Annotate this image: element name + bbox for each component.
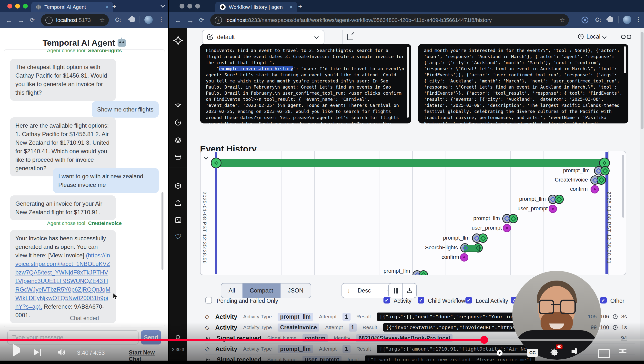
- tab-close-icon[interactable]: ×: [290, 4, 293, 10]
- browser-scrollbar-thumb[interactable]: [640, 32, 644, 129]
- zoom-window-button[interactable]: [23, 4, 28, 8]
- event-id-link[interactable]: 100: [600, 324, 609, 330]
- bookmark-star-icon[interactable]: ☆: [559, 16, 565, 24]
- pending-failed-checkbox[interactable]: [206, 297, 212, 304]
- code-panel-scrollbar[interactable]: [624, 46, 626, 73]
- deployments-cube-icon[interactable]: [174, 182, 182, 190]
- filter-other-checkbox[interactable]: ✓: [600, 297, 607, 304]
- conversation-history-code-panel[interactable]: and month you're interested in for the e…: [418, 44, 628, 124]
- activity-marker-pair[interactable]: [548, 195, 564, 204]
- password-manager-icon[interactable]: [582, 16, 588, 24]
- workflow-input-code-panel[interactable]: FindEvents: Find an event to travel to 2…: [200, 44, 411, 124]
- tab-workflow-history[interactable]: Workflow History | agent-wor ×: [215, 2, 297, 12]
- namespace-selector[interactable]: default: [202, 30, 324, 44]
- sort-desc-button[interactable]: ↓ Desc: [342, 284, 382, 298]
- schedules-clock-icon[interactable]: [174, 119, 182, 126]
- workflow-execution-bar[interactable]: [216, 159, 608, 167]
- view-mode-compact[interactable]: Compact: [242, 284, 280, 298]
- mouse-cursor: [113, 293, 118, 300]
- close-window-button[interactable]: [180, 4, 184, 8]
- robot-emoji-icon: [118, 39, 126, 46]
- minimize-window-button[interactable]: [15, 4, 20, 8]
- site-info-icon[interactable]: i: [45, 16, 53, 24]
- download-history-button[interactable]: [402, 284, 416, 298]
- activity-marker-pair[interactable]: [502, 214, 518, 223]
- code-panel-scrollbar[interactable]: [407, 47, 409, 118]
- left-url-bar: ← → ⟳ i localhost:5173 ☆ C: ⋮: [0, 12, 168, 28]
- chat-scrollbar[interactable]: [162, 192, 164, 270]
- filter-child-workflow-checkbox[interactable]: ✓: [418, 297, 424, 304]
- progress-bar-played[interactable]: [0, 339, 484, 341]
- site-info-icon[interactable]: i: [215, 16, 222, 24]
- address-bar[interactable]: i localhost:5173 ☆: [41, 14, 109, 26]
- next-button[interactable]: [34, 349, 41, 356]
- timezone-selector[interactable]: Local: [578, 33, 606, 40]
- browser-menu-icon[interactable]: ⋮: [635, 16, 642, 23]
- signal-marker[interactable]: [460, 253, 468, 262]
- miniplayer-button[interactable]: [575, 348, 577, 354]
- open-namespace-button[interactable]: [342, 30, 358, 44]
- tab-close-icon[interactable]: ×: [106, 4, 109, 10]
- bookmark-star-icon[interactable]: ☆: [99, 16, 105, 24]
- activity-marker-pair[interactable]: [412, 270, 428, 275]
- filter-activity-checkbox[interactable]: ✓: [384, 297, 390, 304]
- tab-title: Temporal AI Agent: [44, 4, 86, 10]
- new-tab-button[interactable]: +: [298, 2, 302, 11]
- temporal-logo-icon[interactable]: [173, 36, 183, 46]
- browser-menu-icon[interactable]: ⋮: [158, 16, 164, 23]
- profile-avatar[interactable]: [623, 16, 631, 24]
- signal-marker[interactable]: [590, 185, 599, 194]
- theater-mode-button[interactable]: [598, 349, 610, 358]
- event-id-link[interactable]: 99: [591, 324, 597, 330]
- tab-search-chevron-icon[interactable]: [161, 4, 164, 8]
- import-upload-icon[interactable]: [174, 199, 182, 207]
- settings-gear-icon[interactable]: HD: [549, 348, 559, 359]
- workflows-eye-icon[interactable]: [174, 101, 182, 108]
- extensions-puzzle-icon[interactable]: [130, 17, 135, 22]
- activity-marker-pair-wide[interactable]: [460, 243, 483, 252]
- progress-scrubber[interactable]: [480, 336, 488, 344]
- signal-marker[interactable]: [548, 205, 557, 213]
- profile-avatar[interactable]: [144, 16, 153, 24]
- labs-icon[interactable]: [174, 216, 182, 224]
- new-tab-button[interactable]: +: [112, 2, 116, 11]
- forward-icon[interactable]: →: [18, 16, 24, 24]
- activity-marker-pair[interactable]: [594, 166, 610, 176]
- progress-bar-remaining[interactable]: [484, 339, 644, 341]
- workflow-start-marker[interactable]: [211, 158, 222, 168]
- window-traffic-lights-inactive[interactable]: [180, 4, 200, 8]
- window-traffic-lights[interactable]: [7, 4, 28, 8]
- tab-temporal-ai-agent[interactable]: Temporal AI Agent ×: [31, 2, 113, 12]
- pause-updates-button[interactable]: [389, 284, 402, 298]
- close-window-button[interactable]: [7, 4, 12, 8]
- batch-layers-icon[interactable]: [174, 136, 182, 144]
- captions-button[interactable]: CC: [527, 349, 538, 357]
- timeline-scrollbar[interactable]: [622, 155, 624, 218]
- invoice-link[interactable]: (https://invoice.stripe.com/i/acct_1NBOL…: [15, 252, 110, 310]
- back-icon[interactable]: ←: [5, 16, 12, 24]
- play-button[interactable]: [13, 348, 20, 352]
- reload-icon[interactable]: ⟳: [199, 16, 204, 24]
- companion-extension-icon[interactable]: C:: [115, 16, 121, 23]
- activity-marker-pair[interactable]: [590, 176, 606, 185]
- timeline-collapse-chevron-icon[interactable]: [204, 156, 208, 160]
- volume-icon[interactable]: [56, 348, 66, 357]
- view-mode-json[interactable]: JSON: [280, 284, 311, 298]
- signal-marker[interactable]: [503, 224, 511, 232]
- back-icon[interactable]: ←: [175, 16, 182, 24]
- filter-local-activity-checkbox[interactable]: ✓: [466, 297, 472, 304]
- extensions-puzzle-icon[interactable]: [608, 17, 613, 22]
- reload-icon[interactable]: ⟳: [30, 16, 35, 24]
- companion-extension-icon[interactable]: C:: [595, 16, 601, 23]
- zoom-window-button[interactable]: [195, 4, 200, 8]
- archive-box-icon[interactable]: [174, 154, 182, 161]
- view-mode-all[interactable]: All: [221, 284, 242, 298]
- event-id-link[interactable]: 106: [600, 314, 609, 320]
- activity-marker-pair[interactable]: [472, 234, 488, 243]
- event-id-link[interactable]: 105: [588, 314, 597, 320]
- reader-glasses-icon[interactable]: [621, 34, 631, 40]
- address-bar[interactable]: i localhost:8233/namespaces/default/work…: [210, 14, 569, 26]
- feedback-heart-icon[interactable]: ♡: [175, 232, 182, 241]
- forward-icon[interactable]: →: [187, 16, 194, 24]
- minimize-window-button[interactable]: [187, 4, 192, 8]
